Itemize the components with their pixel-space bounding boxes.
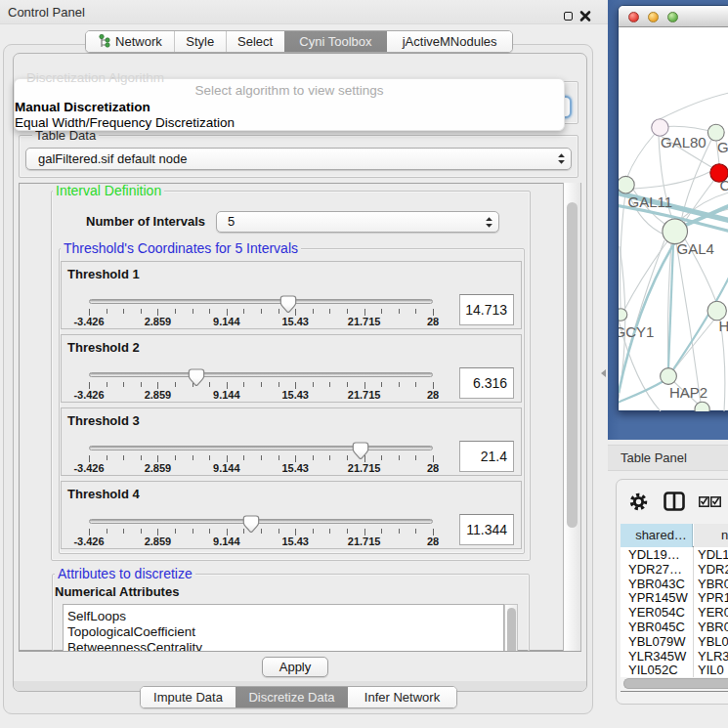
svg-text:GA: GA	[717, 139, 728, 155]
svg-text:CY: CY	[720, 177, 728, 193]
svg-text:GCY1: GCY1	[619, 323, 654, 340]
svg-text:GAL11: GAL11	[628, 193, 673, 210]
svg-text:GAL80: GAL80	[661, 134, 707, 150]
svg-text:H: H	[719, 318, 728, 334]
svg-text:GAL4: GAL4	[677, 240, 714, 257]
svg-text:HAP2: HAP2	[669, 384, 707, 401]
